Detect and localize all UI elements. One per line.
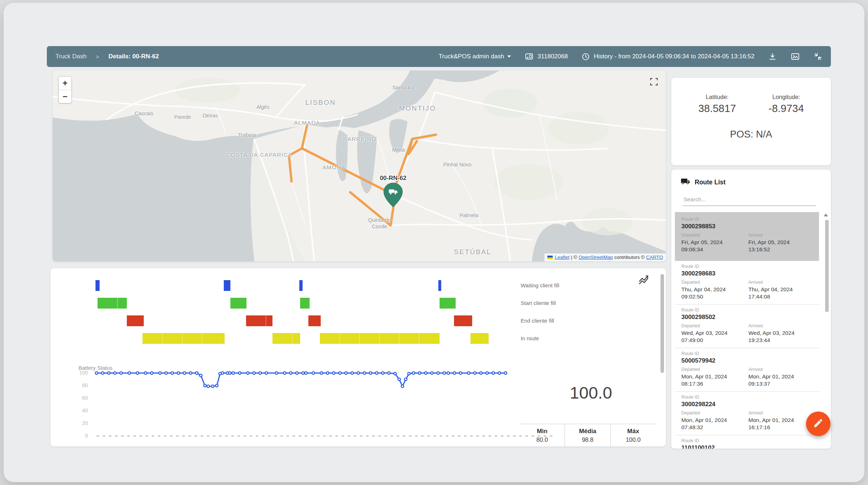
route-list-item[interactable]: Route ID3000298853DepartedFri, Apr 05, 2…: [675, 212, 819, 261]
route-list-title: Route List: [695, 179, 726, 186]
legend-end-cliente: End cliente fill: [521, 316, 554, 325]
app-window: Truck Dash > Details: 00-RN-62 Truck&POS…: [4, 3, 864, 482]
route-list-scrollbar[interactable]: [825, 220, 829, 312]
stat-max-label: Máx: [611, 428, 656, 435]
timeline-bars-chart: [50, 268, 666, 351]
legend-in-route: In route: [521, 334, 539, 343]
compress-icon[interactable]: [814, 52, 822, 61]
arrived-value: Mon, Apr 01, 202416:17:16: [748, 417, 815, 431]
battery-y-tick: 80: [64, 382, 88, 388]
arrived-value: Wed, Apr 03, 202419:23:44: [748, 329, 815, 344]
departed-value: Wed, Apr 03, 202407:49:00: [681, 329, 748, 344]
latitude-value: 38.5817: [698, 103, 736, 114]
activity-chart-panel: Waiting client fill Start cliente fill E…: [50, 268, 666, 446]
device-icon: [525, 53, 534, 60]
breadcrumb-app[interactable]: Truck Dash: [55, 53, 86, 60]
battery-y-tick: 100: [64, 370, 88, 376]
route-search-input[interactable]: [683, 194, 816, 206]
map-zoom-control: + −: [58, 76, 72, 103]
route-id-label: Route ID: [681, 351, 819, 356]
departed-value: Thu, Apr 04, 202409:02:50: [681, 286, 748, 301]
route-list-item[interactable]: Route ID3000298224DepartedMon, Apr 01, 2…: [675, 391, 819, 435]
route-id-value: 5000579942: [681, 357, 819, 364]
download-icon[interactable]: [768, 52, 777, 61]
battery-y-tick: 0: [64, 433, 88, 439]
departed-label: Departed: [681, 410, 748, 416]
longitude-block: Longitude: -8.9734: [769, 94, 804, 114]
battery-y-tick: 40: [64, 408, 88, 413]
breadcrumb: Truck Dash > Details: 00-RN-62: [55, 53, 159, 60]
breadcrumb-separator: >: [96, 54, 99, 60]
attribution-pipe: |: [571, 255, 572, 260]
route-id-label: Route ID: [681, 264, 819, 269]
chart-panel-scrollbar[interactable]: [660, 274, 664, 373]
latitude-block: Latitude: 38.5817: [698, 94, 736, 114]
history-range[interactable]: History - from 2024-04-05 09:06:34 to 20…: [582, 53, 755, 61]
scrollbar-up-arrow[interactable]: [824, 214, 828, 216]
arrived-value: Mon, Apr 01, 202409:13:37: [748, 373, 815, 388]
carto-link[interactable]: CARTO: [646, 255, 663, 260]
leaflet-link[interactable]: Leaflet: [555, 255, 570, 260]
departed-value: Mon, Apr 01, 202408:17:36: [681, 373, 748, 388]
arrived-label: Arrived: [748, 233, 815, 238]
map-panel[interactable]: 00-RN-62 CascaisParedeOeirasAlgésLISBONA…: [53, 71, 666, 261]
route-id-value: 3000298853: [681, 223, 819, 230]
pos-status-value: POS: N/A: [671, 129, 831, 140]
admin-dash-label: Truck&POS admin dash: [439, 53, 504, 60]
leaflet-map[interactable]: 00-RN-62: [53, 71, 666, 261]
zoom-out-button[interactable]: −: [59, 90, 71, 103]
latitude-label: Latitude:: [698, 94, 736, 100]
battery-y-tick: 20: [64, 420, 88, 426]
arrived-label: Arrived: [748, 280, 815, 285]
departed-label: Departed: [681, 233, 748, 238]
attribution-copyright: ©: [574, 255, 577, 260]
route-list-item[interactable]: Route ID3000298683DepartedThu, Apr 04, 2…: [675, 261, 819, 304]
ukraine-flag-icon: [547, 256, 553, 259]
stat-min-value: 80.0: [520, 436, 565, 443]
route-list-item[interactable]: Route ID3000298502DepartedWed, Apr 03, 2…: [675, 304, 819, 348]
route-id-value: 3000298502: [681, 314, 819, 321]
longitude-value: -8.9734: [769, 103, 804, 114]
route-items-list: Route ID3000298853DepartedFri, Apr 05, 2…: [675, 212, 819, 449]
breadcrumb-detail: Details: 00-RN-62: [108, 53, 159, 60]
stacked-line-chart-icon[interactable]: [637, 272, 651, 287]
stat-media-label: Média: [565, 428, 610, 435]
truck-icon: [681, 178, 690, 187]
arrived-value: Fri, Apr 05, 202413:16:52: [748, 239, 815, 253]
route-id-label: Route ID: [681, 438, 819, 443]
route-id-label: Route ID: [681, 395, 819, 400]
route-id-label: Route ID: [681, 217, 819, 222]
top-navigation-bar: Truck Dash > Details: 00-RN-62 Truck&POS…: [47, 46, 831, 67]
map-fullscreen-icon[interactable]: [649, 77, 659, 88]
vehicle-marker-label: 00-RN-62: [380, 175, 406, 181]
arrived-value: Thu, Apr 04, 202417:44:08: [748, 286, 815, 301]
route-id-value: 3000298224: [681, 401, 819, 408]
zoom-in-button[interactable]: +: [59, 77, 71, 90]
route-id-value: 3000298683: [681, 270, 819, 277]
edit-fab-button[interactable]: [806, 412, 831, 436]
admin-dash-dropdown[interactable]: Truck&POS admin dash: [439, 53, 511, 60]
departed-label: Departed: [681, 367, 748, 372]
route-list-panel: Route List Route ID3000298853DepartedFri…: [671, 170, 831, 449]
battery-y-tick: 60: [64, 395, 88, 401]
route-list-item[interactable]: Route ID5000579942DepartedMon, Apr 01, 2…: [675, 348, 819, 391]
legend-start-cliente: Start cliente fill: [521, 299, 556, 307]
legend-waiting-client: Waiting client fill: [521, 281, 559, 290]
stat-max-value: 100.0: [611, 436, 656, 443]
device-id-group: 311802068: [525, 53, 568, 60]
departed-value: Fri, Apr 05, 202409:06:34: [681, 239, 748, 253]
battery-current-value: 100.0: [540, 383, 641, 403]
stat-media-value: 98.8: [565, 436, 610, 443]
route-id-label: Route ID: [681, 307, 819, 313]
arrived-label: Arrived: [748, 323, 815, 328]
departed-value: Mon, Apr 01, 202407:48:32: [681, 417, 748, 431]
osm-link[interactable]: OpenStreetMap: [579, 255, 613, 260]
screenshot-image-icon[interactable]: [791, 52, 800, 61]
history-clock-icon: [582, 53, 590, 61]
map-attribution: Leaflet | © OpenStreetMap contributors ©…: [544, 253, 666, 261]
route-list-item[interactable]: Route ID1101100102: [675, 435, 819, 449]
attribution-contributors: contributors ©: [614, 255, 645, 260]
stat-min-label: Min: [520, 428, 565, 435]
battery-stats-table: Min 80.0 Média 98.8 Máx 100.0: [520, 424, 656, 446]
route-id-value: 1101100102: [681, 444, 819, 449]
